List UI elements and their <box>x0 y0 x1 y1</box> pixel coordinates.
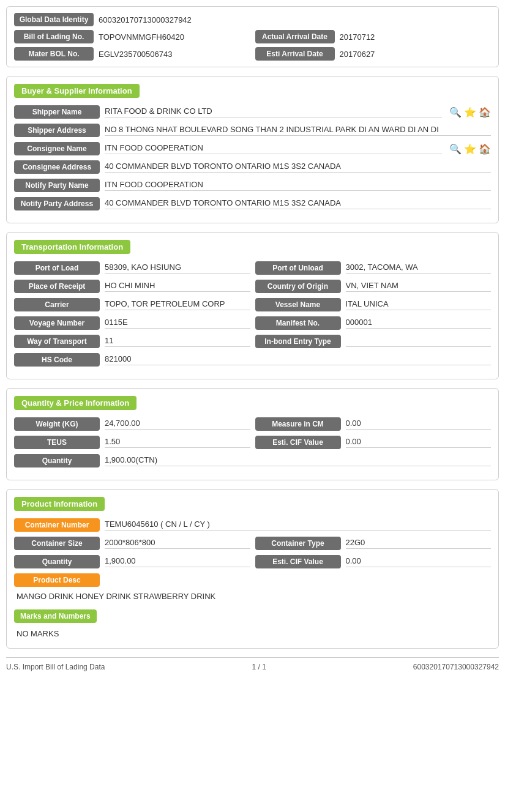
way-of-transport-value: 11 <box>105 336 250 347</box>
quantity-row: Quantity 1,900.00(CTN) <box>14 454 491 467</box>
esti-cif-group: Esti. CIF Value 0.00 <box>255 436 492 449</box>
port-of-load-value: 58309, KAO HSIUNG <box>105 263 250 274</box>
product-desc-value: MANGO DRINK HONEY DRINK STRAWBERRY DRINK <box>14 589 491 603</box>
global-data-identity-value: 600320170713000327942 <box>99 15 491 24</box>
measure-in-cm-value: 0.00 <box>346 419 492 430</box>
quantity-value: 1,900.00(CTN) <box>105 455 491 466</box>
teus-value: 1.50 <box>105 437 250 448</box>
teus-cif-row: TEUS 1.50 Esti. CIF Value 0.00 <box>14 436 491 449</box>
container-type-value: 22G0 <box>346 538 492 549</box>
shipper-search-icon[interactable]: 🔍 <box>449 106 462 118</box>
product-header: Product Information <box>14 497 105 511</box>
port-of-unload-value: 3002, TACOMA, WA <box>346 263 492 274</box>
mater-bol-label: Mater BOL No. <box>14 47 94 61</box>
vessel-name-value: ITAL UNICA <box>346 299 492 310</box>
bol-row: Bill of Lading No. TOPOVNMMGFH60420 Actu… <box>14 30 491 43</box>
place-of-receipt-value: HO CHI MINH <box>105 281 250 292</box>
shipper-address-row: Shipper Address NO 8 THONG NHAT BOULEVAR… <box>14 124 491 137</box>
container-type-label: Container Type <box>255 537 341 550</box>
marks-and-numbers-label: Marks and Numbers <box>14 609 97 623</box>
hs-code-value: 821000 <box>105 354 491 365</box>
manifest-no-value: 000001 <box>346 318 492 329</box>
inbond-entry-type-group: In-bond Entry Type <box>255 335 492 348</box>
shipper-name-label: Shipper Name <box>14 105 100 119</box>
esti-cif-label: Esti. CIF Value <box>255 436 341 449</box>
port-of-unload-label: Port of Unload <box>255 261 341 275</box>
product-quantity-group: Quantity 1,900.00 <box>14 555 250 568</box>
quantity-price-header: Quantity & Price Information <box>14 396 137 410</box>
country-of-origin-label: Country of Origin <box>255 280 341 293</box>
weight-measure-row: Weight (KG) 24,700.00 Measure in CM 0.00 <box>14 417 491 431</box>
shipper-name-row: Shipper Name RITA FOOD & DRINK CO LTD 🔍 … <box>14 105 491 119</box>
container-type-group: Container Type 22G0 <box>255 537 492 550</box>
bill-of-lading-label: Bill of Lading No. <box>14 30 94 43</box>
shipper-star-icon[interactable]: ⭐ <box>464 106 476 118</box>
transportation-header: Transportation Information <box>14 240 130 254</box>
voyage-number-value: 0115E <box>105 318 250 329</box>
footer-right: 600320170713000327942 <box>413 663 499 671</box>
footer-left: U.S. Import Bill of Lading Data <box>6 663 105 671</box>
esti-arrival-date-value: 20170627 <box>340 50 492 59</box>
manifest-no-group: Manifest No. 000001 <box>255 316 492 330</box>
consignee-name-label: Consignee Name <box>14 142 100 155</box>
place-of-receipt-label: Place of Receipt <box>14 280 100 293</box>
notify-party-name-row: Notify Party Name ITN FOOD COOPERATION <box>14 179 491 192</box>
voyage-number-group: Voyage Number 0115E <box>14 316 250 330</box>
consignee-address-value: 40 COMMANDER BLVD TORONTO ONTARIO M1S 3S… <box>105 162 491 173</box>
country-of-origin-value: VN, VIET NAM <box>346 281 492 292</box>
mater-bol-value: EGLV235700506743 <box>99 50 250 59</box>
port-of-load-label: Port of Load <box>14 261 100 275</box>
vessel-name-label: Vessel Name <box>255 298 341 311</box>
consignee-star-icon[interactable]: ⭐ <box>464 143 476 155</box>
shipper-home-icon[interactable]: 🏠 <box>479 106 491 118</box>
measure-in-cm-label: Measure in CM <box>255 417 341 431</box>
shipper-address-value: NO 8 THONG NHAT BOULEVARD SONG THAN 2 IN… <box>105 125 491 136</box>
voyage-number-label: Voyage Number <box>14 316 100 330</box>
consignee-name-row: Consignee Name ITN FOOD COOPERATION 🔍 ⭐ … <box>14 142 491 155</box>
way-inbond-row: Way of Transport 11 In-bond Entry Type <box>14 335 491 348</box>
weight-group: Weight (KG) 24,700.00 <box>14 417 250 431</box>
notify-party-name-value: ITN FOOD COOPERATION <box>105 180 491 191</box>
place-of-receipt-group: Place of Receipt HO CHI MINH <box>14 280 250 293</box>
footer: U.S. Import Bill of Lading Data 1 / 1 60… <box>6 657 499 671</box>
global-identity-row: Global Data Identity 6003201707130003279… <box>14 13 491 26</box>
esti-cif-value: 0.00 <box>346 437 492 448</box>
mater-bol-row: Mater BOL No. EGLV235700506743 Esti Arri… <box>14 47 491 61</box>
consignee-search-icon[interactable]: 🔍 <box>449 143 462 155</box>
quantity-label: Quantity <box>14 454 100 467</box>
shipper-address-label: Shipper Address <box>14 124 100 137</box>
notify-party-address-row: Notify Party Address 40 COMMANDER BLVD T… <box>14 197 491 210</box>
marks-numbers-section: Marks and Numbers NO MARKS <box>14 607 491 641</box>
product-esti-cif-value: 0.00 <box>346 556 492 567</box>
weight-label: Weight (KG) <box>14 417 100 431</box>
place-country-row: Place of Receipt HO CHI MINH Country of … <box>14 280 491 293</box>
vessel-name-group: Vessel Name ITAL UNICA <box>255 298 492 311</box>
inbond-entry-type-value <box>346 336 492 347</box>
actual-arrival-date-value: 20170712 <box>340 32 492 42</box>
consignee-icons: 🔍 ⭐ 🏠 <box>449 143 491 155</box>
product-quantity-value: 1,900.00 <box>105 556 250 567</box>
container-size-label: Container Size <box>14 537 100 550</box>
actual-arrival-date-label: Actual Arrival Date <box>255 30 335 43</box>
container-size-group: Container Size 2000*806*800 <box>14 537 250 550</box>
buyer-supplier-card: Buyer & Supplier Information Shipper Nam… <box>6 76 499 223</box>
way-of-transport-label: Way of Transport <box>14 335 100 348</box>
shipper-icons: 🔍 ⭐ 🏠 <box>449 106 491 118</box>
buyer-supplier-header: Buyer & Supplier Information <box>14 84 140 98</box>
bol-left: Bill of Lading No. TOPOVNMMGFH60420 <box>14 30 250 43</box>
identity-card: Global Data Identity 6003201707130003279… <box>6 6 499 67</box>
footer-center: 1 / 1 <box>252 663 266 671</box>
teus-group: TEUS 1.50 <box>14 436 250 449</box>
esti-arrival-right: Esti Arrival Date 20170627 <box>255 47 492 61</box>
measure-cm-group: Measure in CM 0.00 <box>255 417 492 431</box>
consignee-address-label: Consignee Address <box>14 160 100 174</box>
carrier-value: TOPO, TOR PETROLEUM CORP <box>105 299 250 310</box>
consignee-address-row: Consignee Address 40 COMMANDER BLVD TORO… <box>14 160 491 174</box>
transportation-card: Transportation Information Port of Load … <box>6 232 499 379</box>
weight-value: 24,700.00 <box>105 419 250 430</box>
hs-code-label: HS Code <box>14 353 100 367</box>
product-desc-section: Product Desc MANGO DRINK HONEY DRINK STR… <box>14 573 491 603</box>
port-load-unload-row: Port of Load 58309, KAO HSIUNG Port of U… <box>14 261 491 275</box>
consignee-home-icon[interactable]: 🏠 <box>479 143 491 155</box>
product-quantity-cif-row: Quantity 1,900.00 Esti. CIF Value 0.00 <box>14 555 491 568</box>
